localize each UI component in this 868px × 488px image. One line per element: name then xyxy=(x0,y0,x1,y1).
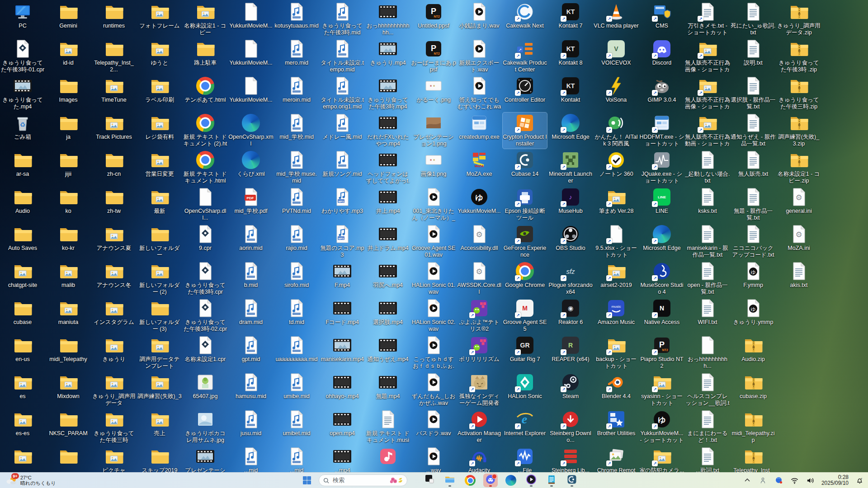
desktop-icon[interactable]: 新規エクスポート.wav xyxy=(457,38,501,75)
desktop-icon[interactable]: 新規 テキスト ドキュメント.html xyxy=(183,150,227,186)
desktop-icon[interactable]: ↗GIMP 3.0.4 xyxy=(640,75,684,112)
desktop-icon[interactable]: レジ袋有料 xyxy=(137,113,182,149)
desktop-icon[interactable]: ↗かんたん！ AITalk 3 関西風 xyxy=(594,113,638,149)
desktop-icon[interactable]: e↗Internet Explorer xyxy=(503,409,547,445)
desktop-icon[interactable]: sirofo.mid xyxy=(274,261,319,297)
desktop-icon[interactable]: b.mid xyxy=(229,261,273,297)
desktop-icon[interactable]: 選択肢 - 親作品一覧.txt xyxy=(731,75,775,112)
desktop-icon[interactable]: 最新 xyxy=(137,187,182,223)
desktop-icon[interactable]: 名称未設定1 - コピー.zip xyxy=(777,150,821,186)
desktop-icon[interactable]: Images xyxy=(46,75,90,112)
desktop-icon[interactable]: ↗万引きメモ.txt - ショートカット xyxy=(685,1,730,38)
desktop-icon[interactable]: ずんだもん_しおかぜふ.wav xyxy=(411,372,456,408)
desktop-icon[interactable]: ⚙AWSSDK.Core.dll xyxy=(457,261,501,297)
desktop-icon[interactable]: テンポあて.html xyxy=(183,75,227,112)
desktop-icon[interactable]: Groove Agent SE 01.wav xyxy=(411,224,456,260)
desktop-icon[interactable]: 井上ドラム.mp4 xyxy=(366,224,410,260)
taskbar-app-discord[interactable] xyxy=(483,474,498,487)
desktop-icon[interactable]: ♪↗MuseHub xyxy=(548,187,593,223)
desktop-icon[interactable]: タイトル未設定.tempo.orig1.mid xyxy=(320,75,364,112)
desktop-icon[interactable]: きゅうり食ってた.mp4 xyxy=(0,75,45,112)
weather-widget[interactable]: 9+ 27°C 晴れのちくもり xyxy=(5,473,56,488)
desktop-icon[interactable]: きゅうりボカコレ用サムネ.jpg xyxy=(183,409,227,445)
desktop-icon[interactable]: ↗Microsoft Edge xyxy=(640,224,684,260)
desktop-icon[interactable]: ラベル印刷 xyxy=(137,75,182,112)
person-icon[interactable] xyxy=(758,475,768,485)
desktop-icon[interactable]: OpenCvSharp.dll... xyxy=(183,187,227,223)
desktop-icon[interactable]: ゆYukkuriMovieM... xyxy=(457,187,501,223)
desktop-icon[interactable]: en-us xyxy=(0,335,45,371)
desktop-icon[interactable]: 井上.mp4 xyxy=(366,187,410,223)
desktop-icon[interactable]: jijii xyxy=(46,150,90,186)
desktop-icon[interactable]: kotusytuaaus.mid xyxy=(274,1,319,38)
desktop-icon[interactable]: KT↗Kontakt 7 xyxy=(548,1,593,38)
desktop-icon[interactable]: F.mp4 xyxy=(320,261,364,297)
desktop-icon[interactable]: _起動しない場合.txt xyxy=(685,150,730,186)
desktop-icon[interactable]: くらび.xml xyxy=(229,150,273,186)
desktop-icon[interactable]: zh-tw xyxy=(92,187,136,223)
desktop-icon[interactable]: パスドラ.wav xyxy=(411,409,456,445)
desktop-icon[interactable]: ↗Controller Editor xyxy=(503,75,547,112)
desktop-icon[interactable]: ar-sa xyxy=(0,150,45,186)
desktop-icon[interactable]: ↗syasinn - ショートカット xyxy=(640,372,684,408)
notification-app-icon[interactable] xyxy=(774,475,784,485)
desktop-icon[interactable]: ↗Google Chrome xyxy=(503,261,547,297)
desktop-icon[interactable]: runtimes xyxy=(92,1,136,38)
desktop-icon[interactable]: 新しいフォルダー (2) xyxy=(137,261,182,297)
bell-snooze-icon[interactable]: z xyxy=(854,475,864,485)
desktop-icon[interactable]: YukkuriMovieM... xyxy=(229,75,273,112)
desktop-icon[interactable]: ↗無人販売不正行為動画 - ショートカット xyxy=(685,113,730,149)
desktop-icon[interactable]: NKSC_PARAM xyxy=(46,409,90,445)
desktop-icon[interactable]: 新しいフォルダー (3) xyxy=(137,298,182,334)
desktop-icon[interactable]: N↗Native Access xyxy=(640,298,684,334)
desktop-icon[interactable]: 説明.txt xyxy=(731,38,775,75)
desktop-icon[interactable]: open.mp4 xyxy=(320,409,364,445)
desktop-icon[interactable]: sfz↗Plogue sforzando x64 xyxy=(548,261,593,297)
desktop-icon[interactable]: 通知うぜえ - 親作品一覧.txt xyxy=(731,113,775,149)
desktop-icon[interactable]: ↗Steam xyxy=(548,372,593,408)
desktop-icon[interactable]: 路上駐車 xyxy=(183,38,227,75)
desktop-icon[interactable]: ksks.txt xyxy=(685,187,730,223)
desktop-icon[interactable]: ↗Cakewalk Next xyxy=(503,1,547,38)
desktop-icon[interactable]: ↗VoiSona xyxy=(594,75,638,112)
desktop-icon[interactable]: ↗Minecraft Launcher xyxy=(548,150,593,186)
desktop-icon[interactable]: おっhhhhhhhhhhhh... xyxy=(366,1,410,38)
desktop-icon[interactable]: ヘッドフォンはずしててよがっt.mp4 xyxy=(366,150,410,186)
desktop-icon[interactable]: タイトル未設定.tempo.mid xyxy=(320,38,364,75)
desktop-icon[interactable]: ↗GeForce Experience xyxy=(503,224,547,260)
desktop-icon[interactable]: 無人販売.txt xyxy=(731,150,775,186)
desktop-icon[interactable]: ↗MuseScore Studio 4 xyxy=(640,261,684,297)
desktop-icon[interactable]: ニコニコバックアップコード.txt xyxy=(731,224,775,260)
desktop-icon[interactable]: music↗Amazon Music xyxy=(594,298,638,334)
volume-icon[interactable] xyxy=(806,475,816,485)
desktop-icon[interactable]: 新規 テキスト ドキュメント.musicxml xyxy=(366,409,410,445)
desktop-icon[interactable]: ↗Cubase 14 xyxy=(503,150,547,186)
desktop-icon[interactable]: 調声用データテンプレート xyxy=(137,335,182,371)
desktop-icon[interactable]: Audio xyxy=(0,187,45,223)
desktop-icon[interactable]: LINE↗LINE xyxy=(640,187,684,223)
desktop-icon[interactable]: きゅうり_調声用データ xyxy=(92,372,136,408)
taskbar-app-cubase[interactable] xyxy=(565,474,579,487)
desktop-icon[interactable]: ↗CMS xyxy=(640,1,684,38)
desktop-icon[interactable]: 001_東北きりたん（ノーマル）_今じゃ... xyxy=(411,187,456,223)
desktop-icon[interactable]: きゅうり食ってた午後3時-01.cpr xyxy=(0,38,45,75)
taskbar-app-notepad[interactable] xyxy=(544,474,559,487)
desktop-icon[interactable]: 無題 - 親作品一覧.txt xyxy=(731,187,775,223)
desktop-icon[interactable]: ↗VLC media player xyxy=(594,1,638,38)
desktop-icon[interactable]: ↗ノートン 360 xyxy=(594,150,638,186)
desktop-icon[interactable]: OpenCvSharp.xml xyxy=(229,113,273,149)
desktop-icon[interactable]: midi_Telepathy.zip xyxy=(731,409,775,445)
desktop-icon[interactable]: PDFmid_学校.pdf xyxy=(229,187,273,223)
desktop-icon[interactable]: ↗HALion Sonic xyxy=(503,372,547,408)
desktop-icon[interactable]: ↗無人販売不正行為画像 - ショートカット xyxy=(685,75,730,112)
desktop-icon[interactable]: KT↗Kontakt xyxy=(548,75,593,112)
desktop-icon[interactable]: ↗Discord xyxy=(640,38,684,75)
desktop-icon[interactable]: かるーく.png xyxy=(411,75,456,112)
desktop-icon[interactable]: 小銭詰まり.wav xyxy=(457,1,501,38)
start-button[interactable] xyxy=(299,474,315,487)
desktop-icon[interactable]: 画像1.png xyxy=(411,150,456,186)
desktop-icon[interactable]: ゆF.ymmp xyxy=(731,261,775,297)
desktop-icon[interactable]: gpt.mid xyxy=(229,335,273,371)
desktop-icon[interactable]: ↗Activation Manager xyxy=(457,409,501,445)
desktop-icon[interactable]: es xyxy=(0,372,45,408)
